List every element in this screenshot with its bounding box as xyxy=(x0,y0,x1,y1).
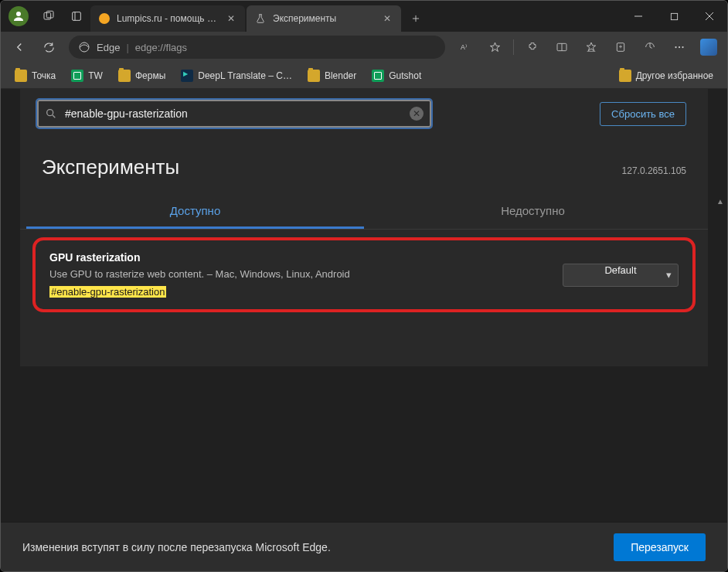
deepl-icon xyxy=(181,70,193,82)
tab-experiments[interactable]: Эксперименты ✕ xyxy=(247,5,401,32)
folder-icon xyxy=(15,70,27,82)
restart-button[interactable]: Перезапуск xyxy=(614,533,706,561)
restart-message: Изменения вступят в силу после перезапус… xyxy=(22,541,614,553)
svg-point-21 xyxy=(682,46,683,48)
titlebar: Lumpics.ru - помощь с компью… ✕ Эксперим… xyxy=(1,1,727,32)
more-menu-icon[interactable] xyxy=(665,35,693,60)
page-content: ✕ Сбросить все Эксперименты 127.0.2651.1… xyxy=(1,89,727,571)
search-icon xyxy=(45,107,57,120)
url-text: edge://flags xyxy=(135,42,187,53)
window-controls xyxy=(621,1,727,32)
close-window-button[interactable] xyxy=(692,1,727,32)
workspaces-icon[interactable] xyxy=(35,2,63,30)
sheets-icon xyxy=(372,70,384,82)
tab-actions-icon[interactable] xyxy=(63,2,90,30)
address-bar[interactable]: Edge | edge://flags xyxy=(69,36,445,59)
back-button[interactable] xyxy=(5,35,33,60)
browser-name: Edge xyxy=(97,42,120,53)
sheets-icon xyxy=(71,70,83,82)
read-aloud-icon[interactable]: A⁾ xyxy=(451,35,479,60)
split-screen-icon[interactable] xyxy=(548,35,576,60)
divider xyxy=(513,39,514,55)
svg-point-20 xyxy=(679,46,680,48)
search-row: ✕ Сбросить все xyxy=(20,89,708,141)
bookmark-tochka[interactable]: Точка xyxy=(9,65,62,87)
clear-search-icon[interactable]: ✕ xyxy=(410,107,424,121)
tab-lumpics[interactable]: Lumpics.ru - помощь с компью… ✕ xyxy=(90,5,245,32)
close-tab-icon[interactable]: ✕ xyxy=(225,12,237,25)
bookmark-tw[interactable]: TW xyxy=(65,65,109,87)
new-tab-button[interactable] xyxy=(403,5,429,32)
close-tab-icon[interactable]: ✕ xyxy=(381,12,393,25)
bookmark-deepl[interactable]: DeepL Translate – С… xyxy=(175,65,298,87)
flag-state-select[interactable]: Default xyxy=(563,264,679,287)
version-text: 127.0.2651.105 xyxy=(622,165,686,176)
restart-footer: Изменения вступят в силу после перезапус… xyxy=(1,522,727,571)
svg-point-11 xyxy=(80,43,89,52)
empty-area xyxy=(32,312,696,366)
svg-text:A⁾: A⁾ xyxy=(461,43,467,51)
folder-icon xyxy=(308,70,320,82)
tab-label: Lumpics.ru - помощь с компью… xyxy=(117,13,220,24)
favorite-icon[interactable] xyxy=(481,35,509,60)
svg-rect-8 xyxy=(671,13,677,19)
bookmark-blender[interactable]: Blender xyxy=(301,65,362,87)
flags-search-input[interactable] xyxy=(37,100,431,128)
toolbar: Edge | edge://flags A⁾ xyxy=(1,32,727,63)
tab-available[interactable]: Доступно xyxy=(26,195,364,229)
page-title: Эксперименты xyxy=(42,155,622,179)
lumpics-favicon-icon xyxy=(98,12,111,25)
bookmarks-bar: Точка TW Фермы DeepL Translate – С… Blen… xyxy=(1,63,727,89)
svg-point-0 xyxy=(16,12,21,16)
favorites-list-icon[interactable] xyxy=(577,35,605,60)
tab-label: Эксперименты xyxy=(273,13,376,24)
copilot-button[interactable] xyxy=(695,35,723,60)
tab-unavailable[interactable]: Недоступно xyxy=(364,195,702,229)
maximize-button[interactable] xyxy=(656,1,692,32)
copilot-icon xyxy=(700,39,717,56)
browser-window: Lumpics.ru - помощь с компью… ✕ Эксперим… xyxy=(0,0,728,572)
flag-hash: #enable-gpu-rasterization xyxy=(49,286,166,298)
tab-strip: Lumpics.ru - помощь с компью… ✕ Эксперим… xyxy=(90,1,621,32)
profile-avatar[interactable] xyxy=(9,6,29,26)
flask-favicon-icon xyxy=(254,12,267,25)
flag-title: GPU rasterization xyxy=(49,251,563,264)
flag-description: Use GPU to rasterize web content. – Mac,… xyxy=(49,268,563,280)
extensions-icon[interactable] xyxy=(519,35,546,60)
reset-all-button[interactable]: Сбросить все xyxy=(600,102,686,126)
bookmark-gutshot[interactable]: Gutshot xyxy=(366,65,427,87)
svg-rect-3 xyxy=(73,12,81,21)
refresh-button[interactable] xyxy=(35,35,63,60)
flag-gpu-rasterization: GPU rasterization Use GPU to rasterize w… xyxy=(32,237,696,312)
minimize-button[interactable] xyxy=(621,1,656,32)
svg-point-19 xyxy=(675,46,676,48)
search-field[interactable] xyxy=(65,107,402,120)
folder-icon xyxy=(619,70,631,82)
svg-line-23 xyxy=(53,115,55,117)
svg-point-22 xyxy=(47,110,53,116)
separator: | xyxy=(126,42,128,53)
scroll-up-icon[interactable]: ▲ xyxy=(715,197,726,208)
bookmark-fermy[interactable]: Фермы xyxy=(112,65,172,87)
collections-icon[interactable] xyxy=(607,35,634,60)
edge-logo-icon xyxy=(78,41,90,53)
folder-icon xyxy=(118,70,131,82)
performance-icon[interactable] xyxy=(636,35,664,60)
svg-rect-1 xyxy=(44,12,51,19)
flags-tabs: Доступно Недоступно xyxy=(20,195,708,230)
svg-rect-2 xyxy=(46,11,53,18)
other-bookmarks[interactable]: Другое избранное xyxy=(613,65,719,87)
